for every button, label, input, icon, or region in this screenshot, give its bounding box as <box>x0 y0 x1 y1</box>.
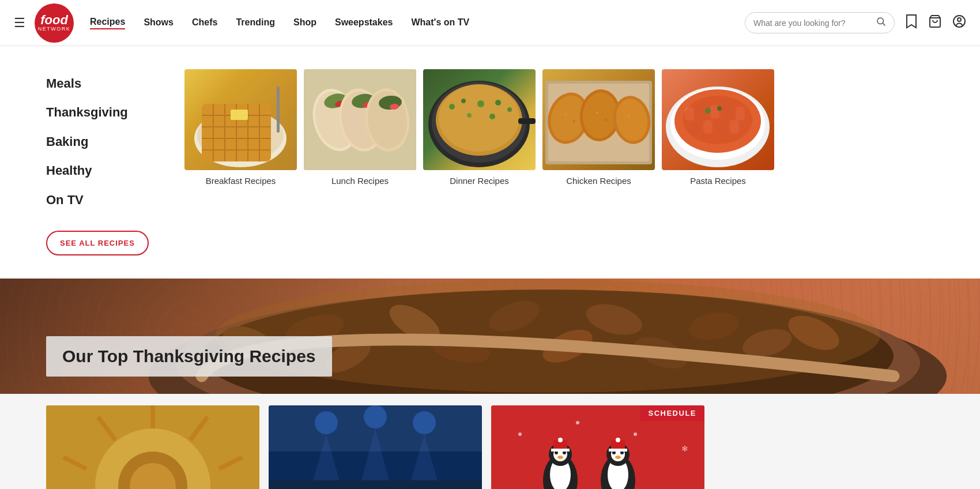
recipe-label-chicken: Chicken Recipes <box>566 176 631 186</box>
svg-point-127 <box>616 438 620 442</box>
svg-point-40 <box>507 107 512 112</box>
svg-line-1 <box>883 23 885 25</box>
bottom-card-2[interactable]: ❄ ❄ ❄ SCHEDULE ON TONIGHT <box>491 405 704 489</box>
recipe-card-pasta[interactable]: Pasta Recipes <box>662 69 774 186</box>
nav-item-whatsontv[interactable]: What's on TV <box>411 17 469 29</box>
svg-rect-102 <box>269 480 482 489</box>
bottom-card-img-0 <box>46 405 259 489</box>
recipe-card-breakfast[interactable]: Breakfast Recipes <box>184 69 297 186</box>
svg-point-104 <box>518 432 522 436</box>
recipe-card-lunch[interactable]: Lunch Recipes <box>304 69 416 186</box>
nav-item-trending[interactable]: Trending <box>236 17 275 29</box>
nav-item-recipes[interactable]: Recipes <box>90 17 125 29</box>
nav-item-sweepstakes[interactable]: Sweepstakes <box>335 17 393 29</box>
recipe-label-lunch: Lunch Recipes <box>331 176 389 186</box>
cart-icon[interactable] <box>928 14 942 32</box>
svg-point-52 <box>564 113 567 115</box>
bookmark-svg <box>905 14 918 29</box>
recipe-card-dinner[interactable]: Dinner Recipes <box>423 69 536 186</box>
svg-point-37 <box>461 99 466 103</box>
cart-svg <box>928 14 942 28</box>
svg-rect-43 <box>518 118 536 124</box>
logo[interactable]: food NETWORK <box>35 3 74 43</box>
bottom-card-1[interactable] <box>269 405 482 489</box>
header-right <box>745 12 966 33</box>
svg-point-55 <box>605 119 607 121</box>
bottom-card-svg-1 <box>269 405 482 489</box>
recipe-img-pasta <box>662 69 774 170</box>
svg-point-42 <box>489 114 495 119</box>
main-content: Meals Thanksgiving Baking Healthy On TV … <box>0 46 980 279</box>
recipe-label-dinner: Dinner Recipes <box>450 176 509 186</box>
svg-point-54 <box>596 111 598 114</box>
svg-point-105 <box>576 421 579 424</box>
header: ☰ food NETWORK Recipes Shows Chefs Trend… <box>0 0 980 46</box>
see-all-recipes-button[interactable]: SEE ALL RECIPES <box>46 231 149 255</box>
svg-point-35 <box>439 85 519 152</box>
sidebar-item-thanksgiving[interactable]: Thanksgiving <box>46 98 161 127</box>
recipe-card-chicken[interactable]: Chicken Recipes <box>542 69 655 186</box>
sidebar: Meals Thanksgiving Baking Healthy On TV … <box>46 69 161 255</box>
svg-point-56 <box>628 115 630 118</box>
search-button[interactable] <box>876 16 886 29</box>
user-icon[interactable] <box>952 14 966 32</box>
svg-point-100 <box>364 405 387 428</box>
search-icon <box>876 16 886 27</box>
svg-rect-116 <box>551 449 570 452</box>
logo-network-text: NETWORK <box>38 27 71 32</box>
recipe-img-lunch <box>304 69 416 170</box>
schedule-badge-area: SCHEDULE <box>640 405 704 489</box>
user-svg <box>952 14 966 28</box>
svg-point-99 <box>315 411 338 434</box>
sidebar-item-ontv[interactable]: On TV <box>46 186 161 215</box>
recipe-label-pasta: Pasta Recipes <box>690 176 746 186</box>
logo-food-text: food <box>40 14 68 27</box>
svg-point-39 <box>495 100 501 106</box>
bookmark-icon[interactable] <box>905 14 918 32</box>
svg-point-114 <box>557 456 563 459</box>
sidebar-item-meals[interactable]: Meals <box>46 69 161 98</box>
thanksgiving-banner[interactable]: Our Top Thanksgiving Recipes <box>0 279 980 394</box>
svg-point-117 <box>558 438 563 442</box>
banner-title: Our Top Thanksgiving Recipes <box>62 347 316 366</box>
bottom-card-svg-0 <box>46 405 259 489</box>
nav-item-shows[interactable]: Shows <box>144 17 174 29</box>
dinner-food-svg <box>423 69 536 170</box>
svg-point-36 <box>449 104 455 110</box>
recipe-label-breakfast: Breakfast Recipes <box>206 176 276 186</box>
sidebar-item-baking[interactable]: Baking <box>46 127 161 156</box>
svg-rect-126 <box>609 449 627 452</box>
hamburger-icon[interactable]: ☰ <box>14 16 25 31</box>
svg-rect-18 <box>277 86 280 133</box>
lunch-food-svg <box>304 69 416 170</box>
nav-item-chefs[interactable]: Chefs <box>192 17 217 29</box>
recipe-img-breakfast <box>184 69 297 170</box>
recipe-img-dinner <box>423 69 536 170</box>
search-bar[interactable] <box>745 12 895 33</box>
nav-item-shop[interactable]: Shop <box>293 17 316 29</box>
svg-point-70 <box>705 108 711 114</box>
svg-rect-17 <box>231 110 248 120</box>
banner-text-box[interactable]: Our Top Thanksgiving Recipes <box>46 336 332 377</box>
chicken-food-svg <box>542 69 655 170</box>
sidebar-item-healthy[interactable]: Healthy <box>46 156 161 185</box>
bottom-section: ❄ ❄ ❄ SCHEDULE ON TONIGHT <box>0 394 980 489</box>
svg-point-124 <box>615 456 621 459</box>
svg-point-0 <box>877 18 884 24</box>
svg-point-38 <box>477 100 484 107</box>
svg-point-4 <box>958 18 961 21</box>
main-nav: Recipes Shows Chefs Trending Shop Sweeps… <box>90 17 745 29</box>
breakfast-food-svg <box>184 69 297 170</box>
svg-point-101 <box>413 411 436 434</box>
svg-point-53 <box>573 120 575 122</box>
svg-point-71 <box>717 106 722 111</box>
svg-point-69 <box>683 96 752 144</box>
svg-point-106 <box>634 432 637 436</box>
recipe-grid: Breakfast Recipes <box>184 69 934 186</box>
pasta-food-svg <box>662 69 774 170</box>
recipe-img-chicken <box>542 69 655 170</box>
svg-point-41 <box>467 113 472 118</box>
schedule-badge[interactable]: SCHEDULE <box>640 405 704 421</box>
bottom-card-0[interactable] <box>46 405 259 489</box>
search-input[interactable] <box>753 18 876 28</box>
